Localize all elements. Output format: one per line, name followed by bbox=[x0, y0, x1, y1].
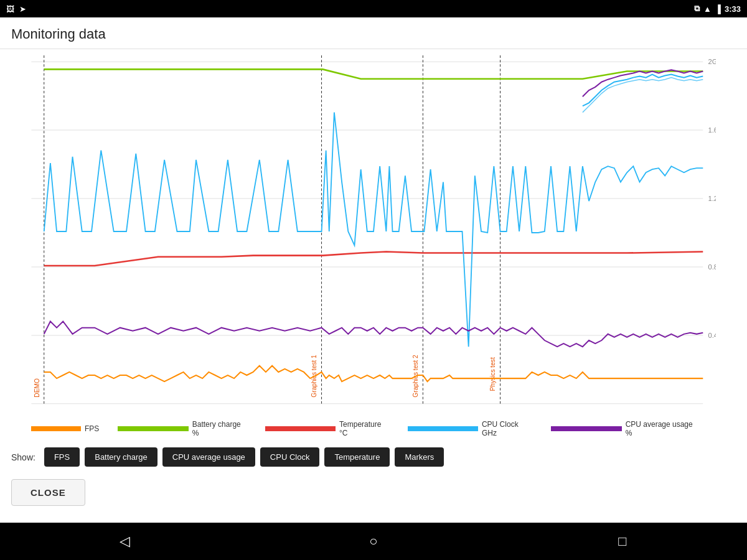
status-bar-right: ⧉ ▲ ▐ 3:33 bbox=[694, 4, 741, 14]
legend-fps: FPS bbox=[31, 424, 99, 433]
svg-text:0.8GHz: 0.8GHz bbox=[708, 263, 716, 271]
legend-battery: Battery charge % bbox=[118, 420, 246, 437]
legend-cpu-avg-color bbox=[551, 426, 621, 431]
chart-svg: 100 80 60 40 20 2GHz 1.6GHz 1.2GHz 0.8GH… bbox=[31, 55, 716, 410]
buttons-row: Show: FPS Battery charge CPU average usa… bbox=[0, 441, 747, 473]
svg-text:Physics test: Physics test bbox=[489, 357, 496, 391]
svg-text:01:20: 01:20 bbox=[219, 409, 237, 410]
svg-text:03:20: 03:20 bbox=[517, 409, 534, 410]
legend-cpu-avg: CPU average usage % bbox=[551, 420, 697, 437]
main-content: Monitoring data 100 80 60 40 20 2GHz 1. bbox=[0, 17, 747, 523]
svg-text:00:40: 00:40 bbox=[124, 409, 141, 410]
svg-text:1.6GHz: 1.6GHz bbox=[708, 126, 716, 134]
svg-text:2GHz: 2GHz bbox=[708, 58, 716, 65]
status-bar: 🖼 ➤ ⧉ ▲ ▐ 3:33 bbox=[0, 0, 747, 17]
show-label: Show: bbox=[11, 452, 35, 462]
legend-fps-color bbox=[31, 426, 81, 431]
svg-text:04:00: 04:00 bbox=[618, 409, 636, 410]
svg-text:02:40: 02:40 bbox=[415, 409, 433, 410]
header: Monitoring data bbox=[0, 17, 747, 49]
recents-button[interactable]: □ bbox=[604, 529, 641, 554]
screenshot-icon: 🖼 bbox=[6, 4, 14, 14]
svg-text:00:00: 00:00 bbox=[31, 409, 43, 410]
svg-text:DEMO: DEMO bbox=[34, 378, 40, 398]
chart-container: 100 80 60 40 20 2GHz 1.6GHz 1.2GHz 0.8GH… bbox=[31, 55, 716, 410]
legend-cpu-clock-color bbox=[408, 426, 478, 431]
svg-text:02:00: 02:00 bbox=[314, 409, 332, 410]
clock: 3:33 bbox=[725, 4, 741, 14]
legend-cpu-clock-label: CPU Clock GHz bbox=[482, 420, 532, 437]
legend-temp-color bbox=[265, 426, 336, 431]
page-title: Monitoring data bbox=[11, 26, 736, 42]
legend-fps-label: FPS bbox=[85, 424, 99, 433]
svg-text:1.2GHz: 1.2GHz bbox=[708, 195, 716, 202]
legend-bar: FPS Battery charge % Temperature °C CPU … bbox=[0, 416, 747, 441]
btn-cpu-average[interactable]: CPU average usage bbox=[162, 447, 255, 467]
legend-cpu-clock: CPU Clock GHz bbox=[408, 420, 533, 437]
cast-icon: ➤ bbox=[19, 4, 26, 14]
copy-icon: ⧉ bbox=[694, 4, 700, 14]
btn-markers[interactable]: Markers bbox=[395, 447, 444, 467]
legend-temp: Temperature °C bbox=[265, 420, 389, 437]
btn-cpu-clock[interactable]: CPU Clock bbox=[260, 447, 320, 467]
chart-area: 100 80 60 40 20 2GHz 1.6GHz 1.2GHz 0.8GH… bbox=[0, 49, 747, 416]
btn-fps[interactable]: FPS bbox=[44, 447, 80, 467]
legend-temp-label: Temperature °C bbox=[339, 420, 389, 437]
nav-bar: ◁ ○ □ bbox=[0, 523, 747, 560]
close-button[interactable]: CLOSE bbox=[11, 479, 85, 506]
back-button[interactable]: ◁ bbox=[106, 529, 143, 554]
legend-battery-label: Battery charge % bbox=[192, 420, 247, 437]
btn-temperature[interactable]: Temperature bbox=[324, 447, 390, 467]
legend-battery-color bbox=[118, 426, 188, 431]
close-btn-row: CLOSE bbox=[0, 473, 747, 512]
btn-battery[interactable]: Battery charge bbox=[85, 447, 157, 467]
wifi-icon: ▲ bbox=[703, 4, 712, 14]
legend-cpu-avg-label: CPU average usage % bbox=[626, 420, 697, 437]
home-button[interactable]: ○ bbox=[355, 529, 392, 554]
battery-icon: ▐ bbox=[715, 4, 721, 14]
svg-text:0.4GHz: 0.4GHz bbox=[708, 332, 716, 339]
status-bar-left: 🖼 ➤ bbox=[6, 4, 26, 14]
